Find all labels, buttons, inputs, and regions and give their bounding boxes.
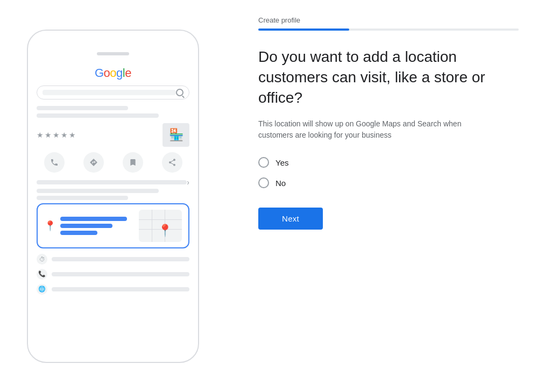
right-panel: Create profile Do you want to add a loca… xyxy=(226,0,551,392)
phone-mockup: Google ★ ★ ★ ★ ★ 🏪 xyxy=(27,30,199,363)
next-button[interactable]: Next xyxy=(258,208,323,230)
phone-more-lines xyxy=(37,189,189,200)
question-title: Do you want to add a location customers … xyxy=(258,47,517,108)
stars: ★ ★ ★ ★ ★ xyxy=(37,131,76,139)
chevron-icon: › xyxy=(187,178,189,187)
phone-action-buttons xyxy=(37,152,189,173)
radio-label-no: No xyxy=(276,179,286,188)
phone-lines-top xyxy=(37,106,189,118)
question-description: This location will show up on Google Map… xyxy=(258,118,484,141)
progress-section: Create profile xyxy=(258,16,519,31)
clock-icon: ⏱ xyxy=(37,254,47,265)
call-icon xyxy=(44,152,65,173)
phone-speaker xyxy=(97,52,129,55)
radio-group: Yes No xyxy=(258,157,519,188)
radio-circle-yes[interactable] xyxy=(258,157,269,168)
progress-bar-background xyxy=(258,28,519,31)
google-logo: Google xyxy=(37,66,189,80)
map-thumbnail: 📍 xyxy=(139,210,182,242)
progress-label: Create profile xyxy=(258,16,519,24)
map-card: 📍 📍 xyxy=(37,203,189,248)
share-icon xyxy=(162,152,182,173)
progress-bar-fill xyxy=(258,28,349,31)
phone-bottom-item-1: ⏱ xyxy=(37,254,189,265)
globe-icon: 🌐 xyxy=(37,284,47,295)
phone-stars-row: ★ ★ ★ ★ ★ 🏪 xyxy=(37,123,189,147)
radio-circle-no[interactable] xyxy=(258,177,269,188)
location-pin-map-icon: 📍 xyxy=(158,224,172,238)
radio-option-no[interactable]: No xyxy=(258,177,519,188)
radio-option-yes[interactable]: Yes xyxy=(258,157,519,168)
store-icon: 🏪 xyxy=(163,123,189,147)
phone-bottom-item-2: 📞 xyxy=(37,269,189,280)
radio-label-yes: Yes xyxy=(276,158,288,167)
map-card-lines xyxy=(60,217,135,235)
phone-search-bar xyxy=(37,85,189,99)
location-pin-left-icon: 📍 xyxy=(44,220,56,232)
directions-icon xyxy=(83,152,104,173)
phone-chevron-row: › xyxy=(37,178,189,187)
bookmark-icon xyxy=(123,152,143,173)
left-panel: Google ★ ★ ★ ★ ★ 🏪 xyxy=(0,0,226,392)
search-icon xyxy=(176,89,183,96)
phone-bottom-item-3: 🌐 xyxy=(37,284,189,295)
phone-icon: 📞 xyxy=(37,269,47,280)
